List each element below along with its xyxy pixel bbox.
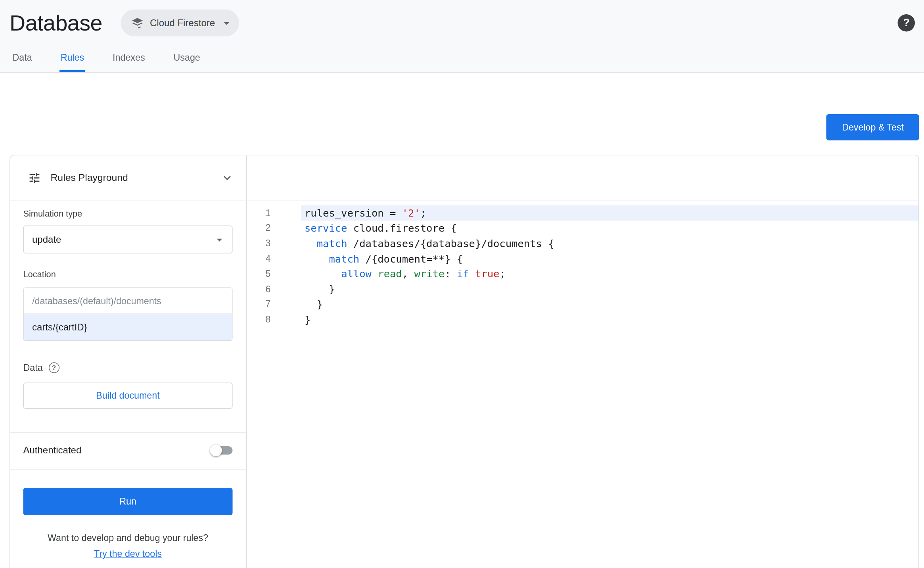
line-number: 7 [247,299,271,310]
dev-tools-link-row: Try the dev tools [23,549,233,559]
code-line[interactable]: 2service cloud.firestore { [247,221,919,236]
authenticated-label: Authenticated [23,445,82,456]
tab-bar: Data Rules Indexes Usage [0,46,924,73]
tab-rules[interactable]: Rules [59,46,85,72]
code-text: match /databases/{database}/documents { [305,237,554,249]
dropdown-caret-icon [213,233,226,246]
dev-tools-prompt: Want to develop and debug your rules? [23,533,233,543]
rules-code-editor[interactable]: 1rules_version = '2';2service cloud.fire… [247,201,919,568]
line-number: 5 [247,269,271,279]
line-number: 3 [247,238,271,249]
product-selector-label: Cloud Firestore [150,17,215,28]
firestore-rules-page: Database Cloud Firestore ? Data Rule [0,0,924,568]
simulation-type-value: update [32,234,61,245]
data-help-icon[interactable]: ? [49,363,59,373]
help-icon[interactable]: ? [898,14,915,32]
data-section-header: Data ? [23,363,233,373]
rules-playground-form: Simulation type update Location /databas… [10,201,247,568]
tab-usage[interactable]: Usage [173,46,201,72]
develop-test-button[interactable]: Develop & Test [826,114,919,140]
code-line[interactable]: 1rules_version = '2'; [247,205,919,221]
location-label: Location [23,270,233,280]
line-number: 2 [247,223,271,234]
code-text: service cloud.firestore { [305,222,457,234]
code-line[interactable]: 8} [247,312,919,327]
simulation-type-label: Simulation type [23,209,233,219]
line-number: 1 [247,207,271,218]
actions-row: Develop & Test [0,73,924,155]
run-button[interactable]: Run [23,488,233,515]
toggle-thumb [210,445,222,457]
dev-tools-link[interactable]: Try the dev tools [94,549,162,559]
product-selector[interactable]: Cloud Firestore [121,10,240,36]
rules-playground-title: Rules Playground [51,172,128,184]
editor-toolbar [247,155,919,200]
code-lines: 1rules_version = '2';2service cloud.fire… [247,205,919,327]
line-number: 8 [247,314,271,325]
rules-panel: Rules Playground Simulation type update [10,155,919,568]
line-number: 4 [247,253,271,264]
code-text: allow read, write: if true; [305,268,506,280]
location-input[interactable]: carts/{cartID} [24,314,232,340]
location-base-path: /databases/(default)/documents [24,288,232,314]
tab-indexes[interactable]: Indexes [111,46,146,72]
code-text: } [305,313,311,325]
authenticated-row: Authenticated [23,433,233,469]
code-line[interactable]: 6 } [247,281,919,296]
chevron-down-icon [220,16,234,29]
firestore-icon [130,16,145,30]
build-document-button[interactable]: Build document [23,383,233,409]
code-text: } [305,298,323,310]
page-header: Database Cloud Firestore ? [0,0,924,46]
data-label: Data [23,363,43,373]
code-line[interactable]: 5 allow read, write: if true; [247,266,919,281]
rules-content: Develop & Test Rules Playground [0,73,924,568]
tab-data[interactable]: Data [12,46,33,72]
code-line[interactable]: 3 match /databases/{database}/documents … [247,236,919,251]
panel-body: Simulation type update Location /databas… [10,201,919,568]
code-text: } [305,283,335,295]
code-line[interactable]: 4 match /{document=**} { [247,251,919,266]
divider [10,469,247,470]
collapse-chevron-icon[interactable] [220,171,234,185]
rules-playground-header[interactable]: Rules Playground [10,155,247,200]
authenticated-toggle[interactable] [210,444,233,457]
simulation-type-select[interactable]: update [23,226,233,254]
panel-header: Rules Playground [10,155,919,201]
code-text: rules_version = '2'; [305,207,426,219]
line-number: 6 [247,284,271,294]
code-line[interactable]: 7 } [247,297,919,312]
page-title: Database [10,10,102,35]
tune-icon [28,171,41,184]
location-box: /databases/(default)/documents carts/{ca… [23,288,233,341]
code-text: match /{document=**} { [305,253,463,265]
